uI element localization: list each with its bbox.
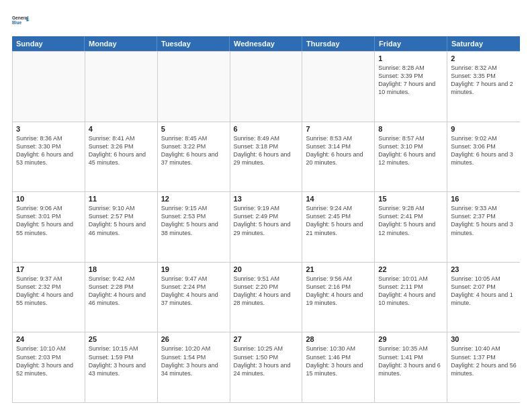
day-number: 29 bbox=[378, 335, 443, 343]
day-cell-20: 20Sunrise: 9:51 AM Sunset: 2:20 PM Dayli… bbox=[230, 263, 303, 332]
day-info: Sunrise: 8:57 AM Sunset: 3:10 PM Dayligh… bbox=[378, 134, 443, 167]
weekday-header-thursday: Thursday bbox=[302, 36, 375, 51]
day-number: 5 bbox=[161, 125, 226, 133]
day-number: 17 bbox=[16, 265, 81, 273]
day-number: 30 bbox=[451, 335, 517, 343]
day-cell-21: 21Sunrise: 9:56 AM Sunset: 2:16 PM Dayli… bbox=[302, 263, 375, 332]
day-number: 2 bbox=[451, 54, 517, 62]
day-number: 28 bbox=[306, 335, 371, 343]
day-info: Sunrise: 9:42 AM Sunset: 2:28 PM Dayligh… bbox=[89, 275, 154, 308]
day-number: 6 bbox=[234, 125, 299, 133]
calendar-row-3: 10Sunrise: 9:06 AM Sunset: 3:01 PM Dayli… bbox=[13, 191, 520, 262]
day-number: 25 bbox=[89, 335, 154, 343]
svg-text:Blue: Blue bbox=[12, 20, 21, 25]
weekday-header-sunday: Sunday bbox=[12, 36, 85, 51]
calendar-row-5: 24Sunrise: 10:10 AM Sunset: 2:03 PM Dayl… bbox=[13, 332, 520, 402]
weekday-header-friday: Friday bbox=[375, 36, 447, 51]
day-cell-19: 19Sunrise: 9:47 AM Sunset: 2:24 PM Dayli… bbox=[158, 263, 230, 332]
day-number: 19 bbox=[161, 265, 226, 273]
empty-cell bbox=[158, 52, 230, 122]
day-number: 11 bbox=[89, 195, 154, 203]
day-cell-27: 27Sunrise: 10:25 AM Sunset: 1:50 PM Dayl… bbox=[230, 332, 303, 402]
day-info: Sunrise: 9:06 AM Sunset: 3:01 PM Dayligh… bbox=[16, 204, 81, 237]
day-number: 20 bbox=[234, 265, 299, 273]
day-number: 18 bbox=[89, 265, 154, 273]
day-info: Sunrise: 8:53 AM Sunset: 3:14 PM Dayligh… bbox=[306, 134, 371, 167]
day-cell-2: 2Sunrise: 8:32 AM Sunset: 3:35 PM Daylig… bbox=[447, 52, 520, 122]
day-number: 4 bbox=[89, 125, 154, 133]
day-info: Sunrise: 8:28 AM Sunset: 3:39 PM Dayligh… bbox=[378, 64, 443, 97]
empty-cell bbox=[302, 52, 375, 122]
weekday-header-tuesday: Tuesday bbox=[157, 36, 230, 51]
empty-cell bbox=[230, 52, 303, 122]
day-cell-23: 23Sunrise: 10:05 AM Sunset: 2:07 PM Dayl… bbox=[447, 263, 520, 332]
day-cell-10: 10Sunrise: 9:06 AM Sunset: 3:01 PM Dayli… bbox=[13, 192, 85, 262]
day-number: 7 bbox=[306, 125, 371, 133]
day-info: Sunrise: 9:28 AM Sunset: 2:41 PM Dayligh… bbox=[378, 204, 443, 237]
empty-cell bbox=[85, 52, 158, 122]
day-number: 21 bbox=[306, 265, 371, 273]
day-info: Sunrise: 9:24 AM Sunset: 2:45 PM Dayligh… bbox=[306, 204, 371, 237]
day-number: 9 bbox=[451, 125, 517, 133]
day-number: 8 bbox=[378, 125, 443, 133]
day-info: Sunrise: 10:15 AM Sunset: 1:59 PM Daylig… bbox=[89, 345, 154, 377]
day-cell-15: 15Sunrise: 9:28 AM Sunset: 2:41 PM Dayli… bbox=[375, 192, 447, 262]
day-number: 27 bbox=[234, 335, 299, 343]
day-cell-25: 25Sunrise: 10:15 AM Sunset: 1:59 PM Dayl… bbox=[85, 332, 158, 402]
day-number: 23 bbox=[451, 265, 517, 273]
day-cell-9: 9Sunrise: 9:02 AM Sunset: 3:06 PM Daylig… bbox=[447, 122, 520, 192]
day-number: 15 bbox=[378, 195, 443, 203]
day-number: 1 bbox=[378, 54, 443, 62]
day-cell-6: 6Sunrise: 8:49 AM Sunset: 3:18 PM Daylig… bbox=[230, 122, 303, 192]
svg-text:General: General bbox=[12, 15, 28, 20]
day-info: Sunrise: 10:30 AM Sunset: 1:46 PM Daylig… bbox=[306, 345, 371, 377]
day-info: Sunrise: 10:20 AM Sunset: 1:54 PM Daylig… bbox=[161, 345, 226, 377]
day-cell-29: 29Sunrise: 10:35 AM Sunset: 1:41 PM Dayl… bbox=[375, 332, 447, 402]
day-info: Sunrise: 9:15 AM Sunset: 2:53 PM Dayligh… bbox=[161, 204, 226, 237]
day-info: Sunrise: 9:10 AM Sunset: 2:57 PM Dayligh… bbox=[89, 204, 154, 237]
day-info: Sunrise: 10:05 AM Sunset: 2:07 PM Daylig… bbox=[451, 275, 517, 308]
day-info: Sunrise: 8:41 AM Sunset: 3:26 PM Dayligh… bbox=[89, 134, 154, 167]
day-cell-16: 16Sunrise: 9:33 AM Sunset: 2:37 PM Dayli… bbox=[447, 192, 520, 262]
calendar-row-4: 17Sunrise: 9:37 AM Sunset: 2:32 PM Dayli… bbox=[13, 262, 520, 332]
day-info: Sunrise: 10:25 AM Sunset: 1:50 PM Daylig… bbox=[234, 345, 299, 377]
day-cell-17: 17Sunrise: 9:37 AM Sunset: 2:32 PM Dayli… bbox=[13, 263, 85, 332]
day-info: Sunrise: 9:02 AM Sunset: 3:06 PM Dayligh… bbox=[451, 134, 517, 167]
day-number: 26 bbox=[161, 335, 226, 343]
day-cell-7: 7Sunrise: 8:53 AM Sunset: 3:14 PM Daylig… bbox=[302, 122, 375, 192]
day-cell-30: 30Sunrise: 10:40 AM Sunset: 1:37 PM Dayl… bbox=[447, 332, 520, 402]
page: GeneralBlue SundayMondayTuesdayWednesday… bbox=[0, 0, 532, 411]
calendar-row-2: 3Sunrise: 8:36 AM Sunset: 3:30 PM Daylig… bbox=[13, 122, 520, 192]
day-cell-4: 4Sunrise: 8:41 AM Sunset: 3:26 PM Daylig… bbox=[85, 122, 158, 192]
day-cell-28: 28Sunrise: 10:30 AM Sunset: 1:46 PM Dayl… bbox=[302, 332, 375, 402]
day-cell-22: 22Sunrise: 10:01 AM Sunset: 2:11 PM Dayl… bbox=[375, 263, 447, 332]
day-info: Sunrise: 9:56 AM Sunset: 2:16 PM Dayligh… bbox=[306, 275, 371, 308]
weekday-header-saturday: Saturday bbox=[447, 36, 520, 51]
day-cell-26: 26Sunrise: 10:20 AM Sunset: 1:54 PM Dayl… bbox=[158, 332, 230, 402]
day-cell-14: 14Sunrise: 9:24 AM Sunset: 2:45 PM Dayli… bbox=[302, 192, 375, 262]
calendar-row-1: 1Sunrise: 8:28 AM Sunset: 3:39 PM Daylig… bbox=[13, 51, 520, 122]
logo: GeneralBlue bbox=[12, 11, 31, 30]
day-number: 13 bbox=[234, 195, 299, 203]
day-cell-5: 5Sunrise: 8:45 AM Sunset: 3:22 PM Daylig… bbox=[158, 122, 230, 192]
day-number: 24 bbox=[16, 335, 81, 343]
day-info: Sunrise: 9:51 AM Sunset: 2:20 PM Dayligh… bbox=[234, 275, 299, 308]
day-number: 14 bbox=[306, 195, 371, 203]
day-info: Sunrise: 10:35 AM Sunset: 1:41 PM Daylig… bbox=[378, 345, 443, 377]
day-info: Sunrise: 9:47 AM Sunset: 2:24 PM Dayligh… bbox=[161, 275, 226, 308]
day-info: Sunrise: 8:32 AM Sunset: 3:35 PM Dayligh… bbox=[451, 64, 517, 97]
day-info: Sunrise: 10:01 AM Sunset: 2:11 PM Daylig… bbox=[378, 275, 443, 308]
weekday-header-wednesday: Wednesday bbox=[230, 36, 302, 51]
day-number: 3 bbox=[16, 125, 81, 133]
day-number: 22 bbox=[378, 265, 443, 273]
day-info: Sunrise: 8:36 AM Sunset: 3:30 PM Dayligh… bbox=[16, 134, 81, 167]
day-info: Sunrise: 10:40 AM Sunset: 1:37 PM Daylig… bbox=[451, 345, 517, 377]
day-cell-12: 12Sunrise: 9:15 AM Sunset: 2:53 PM Dayli… bbox=[158, 192, 230, 262]
day-cell-1: 1Sunrise: 8:28 AM Sunset: 3:39 PM Daylig… bbox=[375, 52, 447, 122]
empty-cell bbox=[13, 52, 85, 122]
logo-icon: GeneralBlue bbox=[12, 11, 31, 30]
calendar: SundayMondayTuesdayWednesdayThursdayFrid… bbox=[12, 36, 520, 403]
weekday-header-monday: Monday bbox=[85, 36, 157, 51]
day-number: 16 bbox=[451, 195, 517, 203]
day-info: Sunrise: 9:19 AM Sunset: 2:49 PM Dayligh… bbox=[234, 204, 299, 237]
